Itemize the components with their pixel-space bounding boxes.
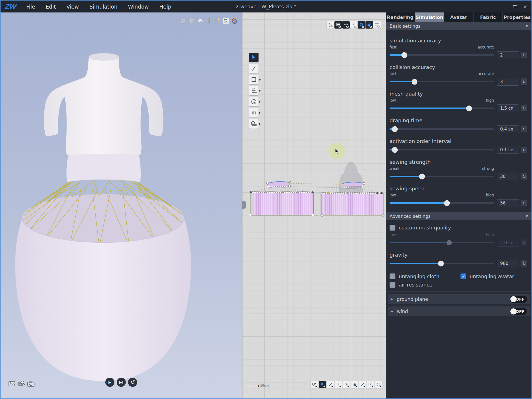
button-tool[interactable]: ▶ [249, 97, 259, 106]
ground-plane-row[interactable]: ▶ ground plane OFF [388, 294, 530, 304]
reset-icon[interactable]: ↻ [521, 173, 527, 180]
maximize-button[interactable] [511, 2, 519, 11]
filter-segment[interactable]: ▶ [327, 381, 334, 388]
tab-simulation[interactable]: Simulation [415, 12, 444, 22]
measure-tape-tool[interactable]: ▶ [249, 119, 259, 129]
custom-mesh-quality-checkbox[interactable] [390, 225, 395, 231]
pattern-color-toggle[interactable] [327, 21, 334, 29]
minimize-button[interactable]: – [501, 2, 509, 11]
slider-thumb[interactable] [419, 173, 425, 179]
ground-plane-toggle[interactable]: OFF [510, 296, 527, 303]
sewing-strength-slider[interactable] [390, 176, 494, 177]
filter-all[interactable]: ▶ [311, 381, 318, 388]
show-fabric-toggle[interactable] [365, 21, 373, 29]
sewing-speed-slider[interactable] [390, 202, 494, 204]
activation-order-interval-slider[interactable] [390, 149, 494, 150]
show-mesh-icon[interactable] [188, 17, 195, 24]
filter-button[interactable]: ▶ [375, 381, 382, 388]
slider-thumb[interactable] [412, 79, 418, 85]
reset-icon[interactable]: ↻ [521, 52, 527, 58]
setting-draping-time: draping time 0.4 se ↻ [386, 113, 532, 134]
sewing-tool[interactable]: ▶ [249, 86, 259, 95]
show-grid-toggle[interactable] [334, 21, 342, 29]
reset-icon[interactable]: ↻ [521, 78, 527, 85]
pattern-overlay [242, 12, 386, 399]
show-measure-toggle[interactable] [373, 21, 381, 29]
pleats-tool[interactable]: ▶ [249, 108, 259, 117]
show-gizmo-icon[interactable] [180, 17, 187, 24]
slider-thumb[interactable] [392, 126, 398, 132]
filter-point[interactable]: ▶ [335, 381, 342, 388]
untangling-row: untangling cloth ✓ untangling avatar [386, 268, 532, 279]
step-forward-button[interactable]: ▶ [117, 378, 126, 387]
viewport-2d[interactable]: ▶ ▶ ▶ ▶ ▶ ▶ ▶ ▶ ▶ ▶ ▶ ▶ ▶ ▶ 10cm [242, 12, 386, 399]
wind-toggle[interactable]: OFF [510, 308, 527, 315]
show-thread-rings-icon[interactable] [231, 17, 238, 24]
filter-pen[interactable]: ▶ [359, 381, 366, 388]
menu-window[interactable]: Window [123, 1, 154, 12]
play-icon: ▶ [109, 380, 111, 384]
camera-icon[interactable] [27, 381, 35, 387]
advanced-settings-header[interactable]: Advanced settings ▼ [386, 212, 532, 220]
show-points-toggle[interactable] [350, 21, 357, 29]
sewing-speed-value[interactable]: 56 [497, 199, 519, 207]
filter-motif[interactable]: ▶ [367, 381, 374, 388]
gravity-value[interactable]: 980 [497, 260, 519, 267]
image-icon[interactable] [8, 381, 16, 387]
slider-thumb[interactable] [466, 105, 472, 111]
filter-lock[interactable]: ▶ [351, 381, 358, 388]
menu-edit[interactable]: Edit [40, 1, 61, 12]
reset-icon[interactable]: ↻ [521, 105, 527, 111]
mesh-quality-slider[interactable] [390, 108, 494, 109]
filter-pattern[interactable]: ▶ [319, 381, 326, 388]
show-avatar-tape-icon[interactable] [205, 17, 213, 24]
menu-simulation[interactable]: Simulation [84, 1, 123, 12]
curve-tool[interactable] [249, 64, 259, 73]
untangling-avatar-checkbox[interactable]: ✓ [461, 273, 466, 279]
splitter-handle[interactable]: ◂▸ [242, 201, 246, 209]
gravity-slider[interactable] [390, 263, 494, 264]
simulation-accuracy-value[interactable]: 2 [497, 51, 519, 59]
draping-time-slider[interactable] [390, 128, 494, 130]
collision-accuracy-value[interactable]: 3 [497, 78, 519, 86]
select-tool[interactable] [249, 53, 259, 62]
filter-sewing[interactable]: ▶ [343, 381, 350, 388]
play-button[interactable]: ▶ [105, 378, 114, 387]
menu-file[interactable]: File [21, 1, 40, 12]
reset-icon[interactable]: ↻ [521, 126, 527, 132]
tab-properties[interactable]: Properties [503, 12, 532, 22]
wind-row[interactable]: ▶ wind OFF [388, 306, 530, 316]
image-zoom-icon[interactable] [17, 380, 25, 387]
reset-icon[interactable]: ↻ [521, 200, 527, 206]
air-resistance-checkbox[interactable] [390, 282, 395, 288]
reset-simulation-button[interactable]: ↻ [128, 378, 137, 387]
untangling-cloth-checkbox[interactable] [390, 273, 395, 279]
show-ground-icon[interactable] [197, 17, 204, 24]
activation-order-interval-value[interactable]: 0.1 se [497, 146, 519, 154]
slider-thumb[interactable] [392, 147, 398, 153]
slider-thumb[interactable] [438, 260, 444, 266]
basic-settings-header[interactable]: Basic settings ▼ [386, 22, 532, 30]
setting-mesh-quality: mesh quality lowhigh 1.5 cn ↻ [386, 87, 532, 113]
show-seams-toggle[interactable] [358, 21, 365, 29]
collision-accuracy-slider[interactable] [390, 81, 494, 82]
rectangle-tool[interactable]: ▶ [249, 75, 259, 84]
simulation-accuracy-slider[interactable] [390, 54, 494, 56]
viewport-3d[interactable]: ▶ ▶ ↻ [1, 12, 242, 399]
reset-icon[interactable]: ↻ [521, 260, 527, 267]
sewing-strength-value[interactable]: 30 [497, 173, 519, 180]
slider-thumb[interactable] [401, 52, 407, 58]
show-sewing-icon[interactable] [222, 17, 230, 24]
show-pins-toggle[interactable] [342, 21, 350, 29]
tab-rendering[interactable]: Rendering [386, 12, 415, 22]
close-button[interactable]: × [521, 2, 529, 11]
show-avatar-sphere-icon[interactable] [214, 17, 221, 24]
mesh-quality-value[interactable]: 1.5 cn [497, 104, 519, 112]
draping-time-value[interactable]: 0.4 se [497, 125, 519, 133]
menu-help[interactable]: Help [154, 1, 177, 12]
tab-avatar[interactable]: Avatar [444, 12, 474, 22]
tab-fabric[interactable]: Fabric [474, 12, 503, 22]
slider-thumb[interactable] [444, 200, 450, 206]
menu-view[interactable]: View [61, 1, 84, 12]
reset-icon[interactable]: ↻ [521, 147, 527, 153]
